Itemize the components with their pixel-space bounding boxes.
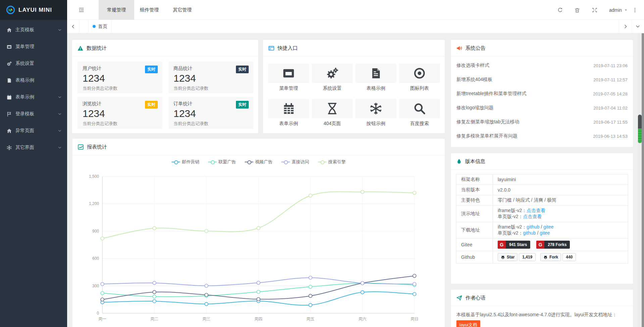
legend-item-视频广告[interactable]: 视频广告 (245, 159, 273, 165)
demo-iframe-prefix: iframe版-v2： (498, 208, 527, 213)
legend-item-联盟广告[interactable]: 联盟广告 (208, 159, 236, 165)
stat-value: 1234 (174, 73, 248, 84)
layui-doc-badge[interactable]: layui文档 (456, 320, 480, 327)
legend-item-邮件营销[interactable]: 邮件营销 (171, 159, 199, 165)
github-fork-text: Fork (549, 255, 558, 259)
quick-entry-label: 系统设置 (312, 85, 353, 91)
clear-cache-button[interactable] (571, 0, 584, 20)
sidebar-item-home-template[interactable]: 主页模板 (0, 22, 67, 38)
trash-icon (575, 7, 580, 13)
fullscreen-button[interactable] (588, 0, 601, 20)
sidebar-item-form-example[interactable]: 表单示例 (0, 89, 67, 106)
gitee-logo: G (498, 241, 506, 249)
sidebar-item-menu-management[interactable]: 菜单管理 (0, 38, 67, 55)
card-header: 快捷入口 (263, 40, 445, 56)
sidebar-item-table-example[interactable]: 表格示例 (0, 72, 67, 89)
sidebar-item-system-settings[interactable]: 系统设置 (0, 55, 67, 72)
sidebar-item-label: 登录模板 (15, 111, 34, 117)
demo-address-label: 演示地址 (456, 206, 493, 222)
home-icon (7, 28, 12, 33)
notice-date: 2019-07-05 14:28 (593, 91, 628, 96)
gitee-forks-badge[interactable]: G278 Forks (536, 241, 570, 249)
tab-scroll-left-button[interactable] (67, 20, 80, 33)
github-fork-button[interactable]: Fork (540, 253, 561, 261)
svg-text:0: 0 (97, 311, 99, 316)
features-label: 主要特色 (456, 195, 493, 206)
legend-marker (318, 160, 327, 164)
demo-iframe-link[interactable]: 点击查看 (527, 208, 545, 213)
quick-entry-404-page[interactable]: 404页面 (312, 99, 353, 127)
header-tab-zujian[interactable]: 组件管理 (132, 0, 167, 20)
download-spa-prefix: 单页版-v2： (498, 230, 523, 236)
notice-text: 修复左侧菜单缩放tab无法移动 (456, 119, 519, 125)
vertical-dots-icon (632, 7, 638, 13)
quick-entry-table-example[interactable]: 表格示例 (355, 64, 396, 91)
tab-operations-dropdown[interactable] (631, 20, 644, 33)
quick-entry-form-example[interactable]: 表单示例 (268, 99, 309, 127)
quick-entry-card: 快捷入口 菜单管理 系统设置 表格示例 图标列表 表单示例 404页面 按钮示 (263, 40, 445, 133)
realtime-badge: 实时 (236, 101, 249, 109)
svg-text:周六: 周六 (358, 317, 366, 321)
notice-item[interactable]: 修改选项卡样式 2019-07-11 23:06 (451, 58, 633, 73)
quick-entry-icon-list[interactable]: 图标列表 (399, 64, 440, 91)
notice-item[interactable]: 新增系统404模板 2019-07-11 12:57 (451, 73, 633, 87)
quick-entry-system-settings[interactable]: 系统设置 (312, 64, 353, 91)
quick-entry-label: 按钮示例 (355, 121, 396, 127)
report-chart-svg: 03006009001,2001,500周一周二周三周四周五周六周日 (72, 171, 445, 327)
notice-item[interactable]: 修复左侧菜单缩放tab无法移动 2019-06-17 11:55 (451, 115, 633, 129)
quick-entry-label: 表格示例 (355, 85, 396, 91)
refresh-button[interactable] (553, 0, 567, 20)
scrollbar-track[interactable] (638, 33, 642, 327)
quick-entry-label: 表单示例 (268, 121, 309, 127)
github-star-button[interactable]: Star (498, 253, 517, 261)
legend-item-直接访问[interactable]: 直接访问 (281, 159, 309, 165)
sidebar-item-error-pages[interactable]: 异常页面 (0, 122, 67, 139)
download-github-link[interactable]: github (527, 224, 539, 230)
tab-scroll-right-button[interactable] (619, 20, 632, 33)
user-dropdown[interactable]: admin (609, 0, 628, 20)
github-star-text: Star (507, 255, 514, 259)
calendar-icon (283, 103, 295, 115)
scrollbar-thumb-top (638, 115, 642, 129)
tab-home[interactable]: 首页 (88, 20, 112, 33)
quick-entry-baidu-search[interactable]: 百度搜索 (399, 99, 440, 127)
caret-down-icon (624, 8, 628, 12)
github-fork-count[interactable]: 440 (562, 253, 576, 261)
download-iframe-prefix: iframe版-v2： (498, 224, 527, 230)
quick-entry-menu-management[interactable]: 菜单管理 (268, 64, 309, 91)
app-logo[interactable]: LAYUI MINI (0, 0, 67, 20)
quick-entry-button-example[interactable]: 按钮示例 (355, 99, 396, 127)
notice-item[interactable]: 新增treetable插件和菜单管理样式 2019-07-05 14:28 (451, 87, 633, 101)
gitee-stars-badge[interactable]: G941 Stars (498, 241, 530, 249)
sidebar-collapse-button[interactable] (75, 0, 88, 20)
header-tab-changgui[interactable]: 常规管理 (99, 0, 134, 20)
stat-value: 1234 (174, 108, 248, 119)
card-header: 版本信息 (451, 153, 633, 170)
stat-desc: 当前分类总记录数 (83, 121, 157, 127)
sidebar-item-other-ui[interactable]: 其它界面 (0, 139, 67, 156)
gitee-logo: G (536, 241, 544, 249)
more-options-button[interactable] (628, 0, 642, 20)
stat-box-views: 浏览统计 1234 当前分类总记录数 实时 (78, 97, 162, 129)
legend-item-搜索引擎[interactable]: 搜索引擎 (318, 159, 346, 165)
download-gitee-link[interactable]: gitee (540, 230, 550, 236)
link-separator: / (540, 224, 544, 230)
download-gitee-link[interactable]: gitee (543, 224, 553, 230)
scrollbar-thumb[interactable] (638, 115, 642, 143)
legend-label: 直接访问 (292, 159, 309, 165)
version-info-card: 版本信息 框架名称 layuimini 当前版本 v2.0.0 主要特色 零门槛… (451, 153, 633, 284)
report-statistics-card: 报表统计 邮件营销联盟广告视频广告直接访问搜索引擎 03006009001,20… (72, 138, 445, 327)
demo-spa-link[interactable]: 点击查看 (523, 214, 542, 219)
sidebar-item-login-template[interactable]: 登录模板 (0, 106, 67, 122)
notice-item[interactable]: 修复多模块菜单栏展开有问题 2019-06-13 14:53 (451, 129, 633, 143)
system-notice-card: 系统公告 修改选项卡样式 2019-07-11 23:06 新增系统404模板 … (451, 40, 633, 147)
notice-item[interactable]: 修改logo缩放问题 2019-07-04 11:02 (451, 101, 633, 115)
card-title: 报表统计 (87, 144, 107, 150)
github-star-count[interactable]: 1,419 (519, 253, 536, 261)
quick-entry-label: 菜单管理 (268, 85, 309, 91)
download-github-link[interactable]: github (523, 230, 536, 236)
header-tab-qita[interactable]: 其它管理 (164, 0, 200, 20)
username: admin (609, 7, 622, 13)
target-icon (413, 67, 426, 79)
table-row: 下载地址 iframe版-v2：github / gitee 单页版-v2：gi… (456, 222, 628, 239)
